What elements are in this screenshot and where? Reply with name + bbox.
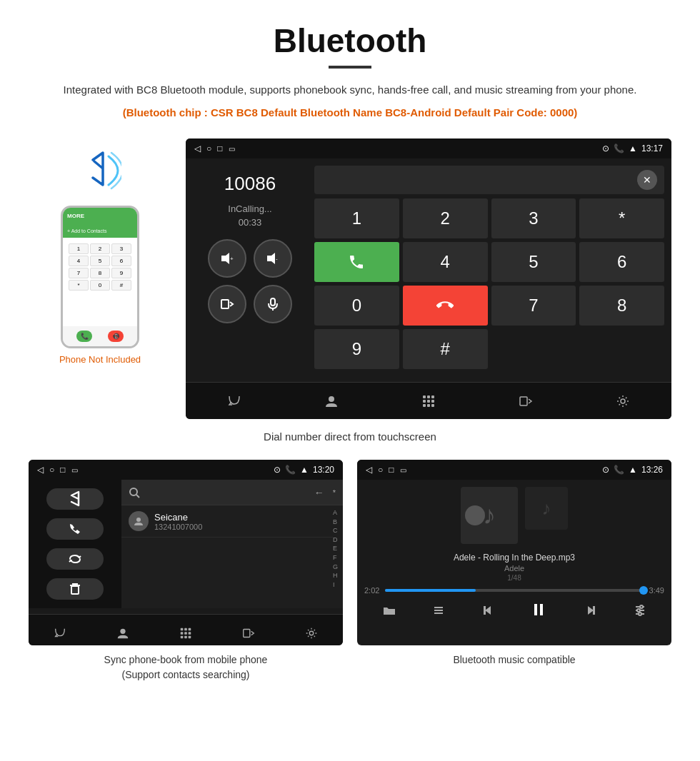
numpad-7[interactable]: 7 <box>491 286 576 326</box>
phone-illustration: MORE + Add to Contacts 1 2 3 4 5 6 7 8 9… <box>29 138 171 365</box>
music-track-count: 1/48 <box>507 574 521 582</box>
svg-rect-43 <box>593 606 595 615</box>
music-artist: Adele <box>504 564 524 573</box>
pb-sync-btn[interactable] <box>46 548 104 570</box>
numpad-3[interactable]: 3 <box>491 198 576 238</box>
location-icon: ⊙ <box>602 143 609 153</box>
volume-down-button[interactable]: - <box>254 239 292 278</box>
numpad-4[interactable]: 4 <box>403 242 488 282</box>
pb-nav-transfer[interactable] <box>241 626 256 640</box>
phone-key-4: 4 <box>69 256 89 266</box>
pb-contact-seicane[interactable]: Seicane 13241007000 <box>121 505 333 538</box>
pb-list-wrapper: Seicane 13241007000 A B C D E <box>121 505 343 608</box>
svg-marker-42 <box>588 606 594 615</box>
phone-key-0: 0 <box>90 280 110 291</box>
pb-letter-C: C <box>333 526 343 535</box>
pb-nav-contacts[interactable] <box>116 626 130 640</box>
numpad-9[interactable]: 9 <box>314 329 399 369</box>
svg-rect-24 <box>181 628 184 630</box>
phone-key-7: 7 <box>69 268 89 278</box>
status-time: 13:17 <box>641 143 663 153</box>
music-home-icon: ○ <box>378 465 383 475</box>
svg-rect-12 <box>427 400 430 403</box>
numpad-8[interactable]: 8 <box>579 286 664 326</box>
pb-letter-B: B <box>333 518 343 527</box>
pb-bluetooth-btn[interactable] <box>46 488 104 510</box>
transfer-button[interactable] <box>208 285 246 323</box>
pb-body: ← * <box>29 480 343 608</box>
pb-wifi-icon: ▲ <box>300 465 309 475</box>
dial-info: 10086 InCalling... 00:33 + - <box>193 166 307 369</box>
numpad-0[interactable]: 0 <box>314 286 399 326</box>
nav-settings-icon[interactable] <box>615 393 631 409</box>
music-time: 13:26 <box>641 465 663 475</box>
pb-back-arrow-icon: ← <box>314 487 324 498</box>
music-list-icon[interactable] <box>431 603 446 621</box>
volume-up-button[interactable]: + <box>208 239 246 278</box>
svg-rect-39 <box>484 606 486 615</box>
svg-rect-31 <box>184 635 187 638</box>
pb-notif-icon: ▭ <box>71 466 78 474</box>
pb-status-bar: ◁ ○ □ ▭ ⊙ 📞 ▲ 13:20 <box>29 460 343 480</box>
pb-contact-number: 13241007000 <box>154 523 326 531</box>
pb-search-bar: ← * <box>121 480 343 505</box>
phone-add-contact-bar: + Add to Contacts <box>63 223 137 238</box>
pb-letter-D: D <box>333 535 343 545</box>
music-screen: ◁ ○ □ ▭ ⊙ 📞 ▲ 13:26 ♪ <box>357 460 671 645</box>
numpad-1[interactable]: 1 <box>314 198 399 238</box>
dial-section: MORE + Add to Contacts 1 2 3 4 5 6 7 8 9… <box>29 138 671 419</box>
pb-contact-list-area: ← * <box>121 480 343 608</box>
numpad-5[interactable]: 5 <box>491 242 576 282</box>
svg-point-47 <box>637 609 640 612</box>
music-prev-icon[interactable] <box>481 603 495 621</box>
music-progress-bar[interactable] <box>385 589 643 592</box>
music-next-icon[interactable] <box>584 603 598 621</box>
phone-call-button: 📞 <box>76 331 92 342</box>
pb-delete-btn[interactable] <box>46 578 104 600</box>
pb-caption-line2: (Support contacts searching) <box>122 669 250 680</box>
svg-rect-29 <box>189 632 191 635</box>
phone-key-1: 1 <box>69 243 89 254</box>
phone-screen: 1 2 3 4 5 6 7 8 9 * 0 # <box>63 238 137 326</box>
pb-call-btn[interactable] <box>46 518 104 540</box>
svg-rect-16 <box>431 404 434 407</box>
specs-text: (Bluetooth chip : CSR BC8 Default Blueto… <box>29 104 671 121</box>
numpad-end-button[interactable] <box>403 286 488 326</box>
pb-nav-calls[interactable] <box>53 626 67 640</box>
phone-not-included-label: Phone Not Included <box>59 354 141 365</box>
nav-calls-icon[interactable] <box>226 393 242 409</box>
music-play-pause-button[interactable] <box>530 600 549 623</box>
nav-dialpad-icon[interactable] <box>421 393 436 409</box>
phone-key-9: 9 <box>111 268 131 278</box>
svg-rect-25 <box>184 628 187 630</box>
pb-caption-line1: Sync phone-book from mobile phone <box>104 654 268 665</box>
android-dial-screen: ◁ ○ □ ▭ ⊙ 📞 ▲ 13:17 10086 InCalling... 0… <box>186 138 671 419</box>
numpad-2[interactable]: 2 <box>403 198 488 238</box>
music-eq-icon[interactable] <box>633 603 647 621</box>
numpad-call-button[interactable] <box>314 242 399 282</box>
nav-contacts-icon[interactable] <box>324 393 339 409</box>
numpad-6[interactable]: 6 <box>579 242 664 282</box>
numpad-star[interactable]: * <box>579 198 664 238</box>
pb-letter-I: I <box>333 580 343 590</box>
back-icon: ◁ <box>194 143 201 153</box>
svg-rect-19 <box>71 586 79 594</box>
bluetooth-signal-icon <box>79 146 121 196</box>
phone-key-8: 8 <box>90 268 110 278</box>
numpad-clear-button[interactable]: ✕ <box>637 170 657 190</box>
pb-contacts: Seicane 13241007000 <box>121 505 333 608</box>
nav-transfer-icon[interactable] <box>518 393 534 409</box>
bottom-screens-container: ◁ ○ □ ▭ ⊙ 📞 ▲ 13:20 <box>29 460 671 682</box>
page-title: Bluetooth <box>29 21 671 60</box>
call-icon: 📞 <box>614 143 624 153</box>
music-folder-icon[interactable] <box>382 603 396 621</box>
music-progress-row: 2:02 3:49 <box>364 586 664 595</box>
pb-nav-dialpad[interactable] <box>179 626 193 640</box>
svg-point-22 <box>136 518 141 522</box>
numpad-hash[interactable]: # <box>403 329 488 369</box>
mute-button[interactable] <box>254 285 292 323</box>
svg-rect-27 <box>181 632 184 635</box>
pb-nav-settings[interactable] <box>304 626 319 640</box>
pb-back-icon: ◁ <box>37 465 44 475</box>
music-album-art-1: ♪ <box>461 487 518 544</box>
